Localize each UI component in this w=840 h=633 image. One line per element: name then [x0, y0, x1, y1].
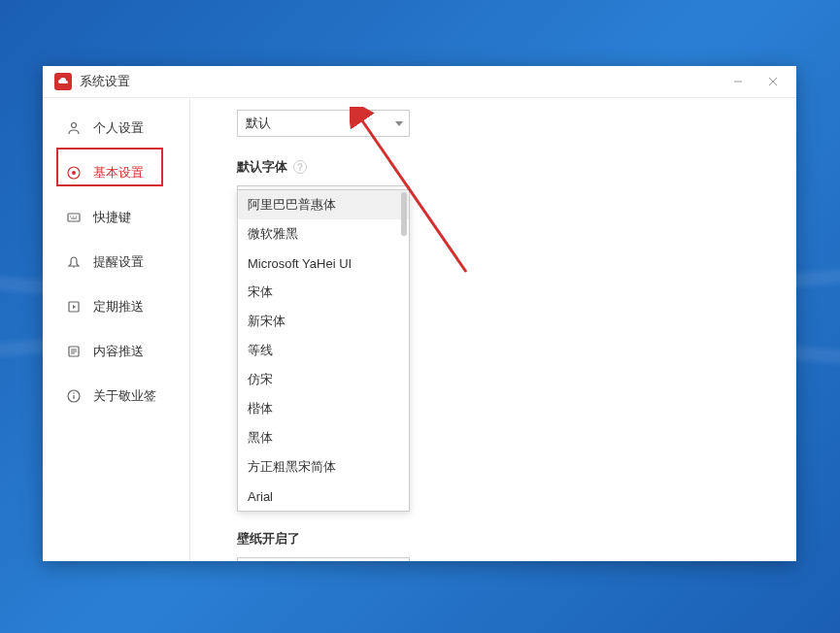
svg-rect-6 [68, 214, 80, 221]
svg-point-5 [72, 171, 76, 175]
dropdown-item[interactable]: 宋体 [238, 278, 409, 307]
svg-point-18 [73, 392, 75, 394]
font-section-label: 默认字体 ? [237, 158, 750, 176]
sidebar-item-label: 快捷键 [93, 209, 131, 226]
sidebar-item-reminder[interactable]: 提醒设置 [43, 240, 189, 284]
sidebar-item-personal[interactable]: 个人设置 [43, 106, 189, 150]
sidebar-item-shortcuts[interactable]: 快捷键 [43, 195, 189, 240]
window-body: 个人设置 基本设置 [43, 98, 796, 561]
close-icon [767, 76, 779, 87]
minimize-button[interactable] [726, 70, 750, 93]
settings-window: 系统设置 [43, 66, 796, 561]
bell-icon [66, 254, 82, 270]
sidebar-item-label: 关于敬业签 [93, 387, 156, 405]
close-button[interactable] [761, 70, 785, 93]
sidebar: 个人设置 基本设置 [43, 98, 190, 561]
dropdown-item[interactable]: 楷体 [238, 394, 409, 423]
sidebar-item-content[interactable]: 内容推送 [43, 329, 189, 374]
person-icon [66, 120, 82, 136]
sidebar-item-label: 个人设置 [93, 119, 144, 137]
keyboard-icon [66, 210, 82, 225]
dropdown-item[interactable]: 等线 [238, 336, 409, 365]
dropdown-item[interactable]: 新宋体 [238, 307, 409, 336]
window-title: 系统设置 [80, 73, 726, 90]
dropdown-item[interactable]: Microsoft YaHei UI [238, 249, 409, 278]
svg-point-3 [72, 123, 77, 128]
chevron-down-icon [395, 121, 403, 126]
minimize-icon [732, 76, 744, 87]
window-controls [726, 70, 785, 93]
sidebar-item-about[interactable]: 关于敬业签 [43, 374, 189, 418]
target-icon [66, 165, 82, 181]
app-icon [54, 73, 72, 90]
scrollbar[interactable] [401, 192, 407, 236]
titlebar: 系统设置 [43, 66, 796, 98]
sidebar-item-basic[interactable]: 基本设置 [43, 150, 189, 195]
default-select[interactable]: 默认 [237, 110, 410, 137]
dropdown-item[interactable]: 微软雅黑 [238, 219, 409, 249]
sidebar-item-label: 基本设置 [93, 164, 144, 182]
sidebar-item-label: 定期推送 [93, 298, 144, 316]
content-icon [66, 344, 82, 359]
hidden-section-label: 壁纸开启了 [237, 530, 300, 548]
dropdown-item[interactable]: 阿里巴巴普惠体 [238, 190, 409, 219]
section-label-text: 默认字体 [237, 158, 287, 176]
info-icon [66, 388, 82, 404]
sidebar-item-schedule[interactable]: 定期推送 [43, 284, 189, 329]
sidebar-item-label: 内容推送 [93, 343, 144, 360]
sidebar-item-label: 提醒设置 [93, 253, 144, 271]
dropdown-item[interactable]: 仿宋 [238, 365, 409, 394]
select-value: 默认 [246, 115, 271, 132]
hidden-field [237, 557, 410, 561]
font-dropdown: 阿里巴巴普惠体 微软雅黑 Microsoft YaHei UI 宋体 新宋体 等… [237, 189, 410, 512]
play-icon [66, 299, 82, 315]
dropdown-item[interactable]: 黑体 [238, 423, 409, 452]
dropdown-item[interactable]: Arial [238, 482, 409, 511]
content-area: 默认 默认字体 ? 阿里巴巴普惠体 阿里巴巴普惠体 微软雅黑 Microsoft… [190, 98, 796, 561]
cloud-icon [57, 76, 69, 87]
dropdown-item[interactable]: 方正粗黑宋简体 [238, 452, 409, 482]
help-icon[interactable]: ? [293, 160, 307, 174]
